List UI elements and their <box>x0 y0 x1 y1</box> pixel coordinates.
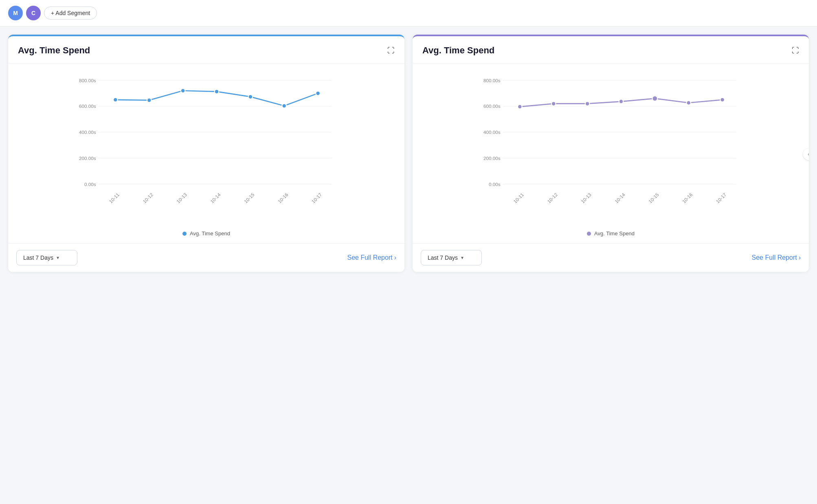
svg-text:0.00s: 0.00s <box>489 182 501 187</box>
svg-text:10-14: 10-14 <box>209 192 222 204</box>
svg-point-18 <box>147 98 152 103</box>
svg-point-46 <box>686 101 691 105</box>
svg-text:400.00s: 400.00s <box>79 129 96 135</box>
svg-text:10-15: 10-15 <box>243 192 255 204</box>
chevron-right-icon-2: › <box>799 254 801 261</box>
svg-text:10-12: 10-12 <box>142 192 154 204</box>
see-full-report-link-1[interactable]: See Full Report › <box>347 254 397 261</box>
avatar-c[interactable]: C <box>26 6 41 20</box>
svg-text:0.00s: 0.00s <box>84 182 96 187</box>
svg-point-44 <box>619 99 624 104</box>
svg-text:10-16: 10-16 <box>277 192 289 204</box>
svg-point-43 <box>585 101 590 106</box>
svg-text:10-17: 10-17 <box>310 192 323 204</box>
svg-text:10-13: 10-13 <box>176 192 188 204</box>
legend-area-1: Avg. Time Spend <box>8 226 404 243</box>
svg-text:10-11: 10-11 <box>512 192 525 204</box>
card-header-2: Avg. Time Spend ⛶ <box>413 36 809 64</box>
top-bar: M C + Add Segment <box>0 0 817 26</box>
time-range-dropdown-2[interactable]: Last 7 Days ▾ <box>421 250 482 265</box>
svg-text:800.00s: 800.00s <box>483 78 501 83</box>
card-footer-2: Last 7 Days ▾ See Full Report › <box>413 243 809 272</box>
svg-text:10-12: 10-12 <box>546 192 558 204</box>
expand-icon-2[interactable]: ⛶ <box>792 46 799 55</box>
chart-card-2: ‹ Avg. Time Spend ⛶ 800.00s 600.00s 400.… <box>413 35 809 272</box>
svg-point-17 <box>113 98 118 102</box>
svg-point-45 <box>652 96 658 101</box>
svg-text:10-17: 10-17 <box>715 192 727 204</box>
card-title-2: Avg. Time Spend <box>422 45 494 56</box>
card-footer-1: Last 7 Days ▾ See Full Report › <box>8 243 404 272</box>
legend-dot-2 <box>587 232 591 236</box>
chart-area-1: 800.00s 600.00s 400.00s 200.00s 0.00s 10… <box>8 64 404 226</box>
card-header-1: Avg. Time Spend ⛶ <box>8 36 404 64</box>
svg-text:10-15: 10-15 <box>648 192 660 204</box>
add-segment-button[interactable]: + Add Segment <box>44 7 97 20</box>
see-full-report-link-2[interactable]: See Full Report › <box>752 254 801 261</box>
svg-text:400.00s: 400.00s <box>483 129 501 135</box>
legend-label-2: Avg. Time Spend <box>594 230 635 237</box>
svg-text:10-13: 10-13 <box>580 192 592 204</box>
svg-point-22 <box>282 104 286 108</box>
svg-text:10-11: 10-11 <box>108 192 120 204</box>
svg-point-20 <box>215 90 219 94</box>
svg-text:200.00s: 200.00s <box>483 156 501 161</box>
legend-area-2: Avg. Time Spend <box>413 226 809 243</box>
dropdown-arrow-2: ▾ <box>461 255 463 261</box>
chart-area-2: 800.00s 600.00s 400.00s 200.00s 0.00s 10… <box>413 64 809 226</box>
svg-point-21 <box>248 94 253 99</box>
card-title-1: Avg. Time Spend <box>18 45 90 56</box>
svg-text:200.00s: 200.00s <box>79 156 96 161</box>
chevron-right-icon-1: › <box>394 254 396 261</box>
expand-icon-1[interactable]: ⛶ <box>387 46 395 55</box>
legend-label-1: Avg. Time Spend <box>190 230 230 237</box>
svg-text:600.00s: 600.00s <box>79 103 96 109</box>
svg-point-41 <box>518 105 522 109</box>
avatar-m[interactable]: M <box>8 6 23 20</box>
svg-point-23 <box>316 91 320 96</box>
svg-point-42 <box>551 101 556 106</box>
dropdown-arrow-1: ▾ <box>57 255 59 261</box>
svg-text:10-16: 10-16 <box>681 192 693 204</box>
time-range-dropdown-1[interactable]: Last 7 Days ▾ <box>16 250 77 265</box>
svg-text:600.00s: 600.00s <box>483 103 501 109</box>
svg-point-47 <box>720 98 725 102</box>
svg-text:10-14: 10-14 <box>614 192 626 204</box>
svg-point-19 <box>181 88 185 93</box>
chart-card-1: Avg. Time Spend ⛶ 800.00s 600.00s 400.00… <box>8 35 404 272</box>
svg-text:800.00s: 800.00s <box>79 78 96 83</box>
legend-dot-1 <box>182 232 187 236</box>
main-content: Avg. Time Spend ⛶ 800.00s 600.00s 400.00… <box>0 26 817 280</box>
